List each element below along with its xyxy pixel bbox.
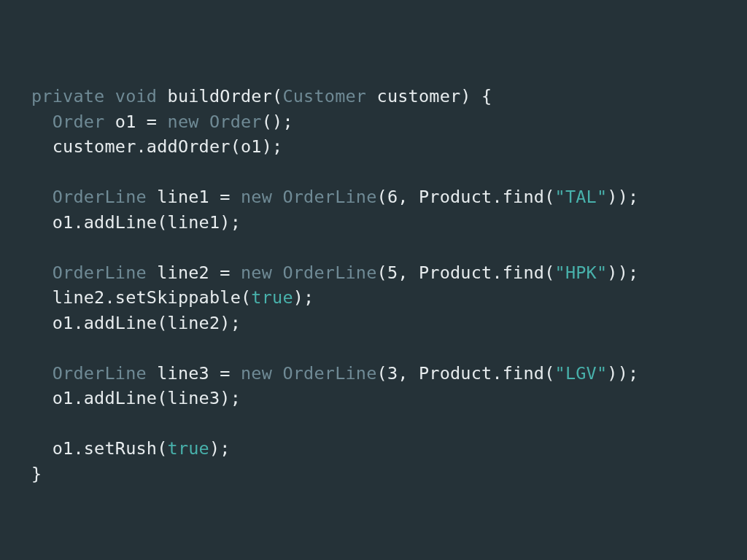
ref-line2: line2 (168, 313, 220, 333)
literal-6: 6 (387, 187, 398, 207)
var-o1: o1 (115, 112, 136, 132)
type-orderline-ctor: OrderLine (282, 363, 376, 384)
string-lgv: "LGV" (555, 363, 608, 384)
string-hpk: "HPK" (555, 262, 608, 283)
var-line2: line2 (157, 262, 209, 283)
literal-5: 5 (387, 262, 398, 283)
ref-line3: line3 (168, 388, 220, 408)
type-orderline: OrderLine (53, 187, 147, 207)
literal-true: true (168, 438, 209, 459)
type-orderline-ctor: OrderLine (282, 187, 376, 207)
literal-true: true (251, 287, 293, 308)
string-tal: "TAL" (555, 187, 608, 207)
ref-o1: o1 (53, 438, 74, 459)
call-find: find (503, 187, 544, 207)
call-setrush: setRush (84, 438, 157, 459)
keyword-new: new (168, 112, 199, 132)
call-addline: addLine (84, 212, 157, 233)
ref-o1: o1 (53, 313, 74, 333)
type-order-ctor: Order (209, 112, 262, 132)
call-find: find (503, 363, 544, 384)
call-addorder: addOrder (147, 136, 231, 157)
ref-line2: line2 (53, 287, 105, 308)
keyword-void: void (115, 86, 157, 106)
code-block: private void buildOrder(Customer custome… (0, 0, 747, 487)
type-customer: Customer (282, 86, 366, 106)
method-name: buildOrder (168, 86, 272, 106)
call-find: find (503, 262, 544, 283)
class-product: Product (419, 262, 492, 283)
type-orderline-ctor: OrderLine (282, 262, 376, 283)
param-customer: customer (377, 86, 461, 106)
keyword-new: new (241, 363, 272, 384)
ref-line1: line1 (168, 212, 220, 233)
keyword-private: private (31, 86, 104, 106)
ref-customer: customer (53, 136, 136, 157)
literal-3: 3 (387, 363, 398, 384)
var-line1: line1 (157, 187, 209, 207)
class-product: Product (419, 363, 492, 384)
type-orderline: OrderLine (53, 262, 147, 283)
call-addline: addLine (84, 388, 157, 408)
type-orderline: OrderLine (53, 363, 147, 384)
call-addline: addLine (84, 313, 157, 333)
ref-o1: o1 (53, 212, 74, 233)
ref-o1: o1 (241, 136, 262, 157)
var-line3: line3 (157, 363, 209, 384)
class-product: Product (419, 187, 492, 207)
keyword-new: new (241, 187, 272, 207)
call-setskippable: setSkippable (115, 287, 241, 308)
keyword-new: new (241, 262, 272, 283)
type-order: Order (53, 112, 105, 132)
ref-o1: o1 (53, 388, 74, 408)
